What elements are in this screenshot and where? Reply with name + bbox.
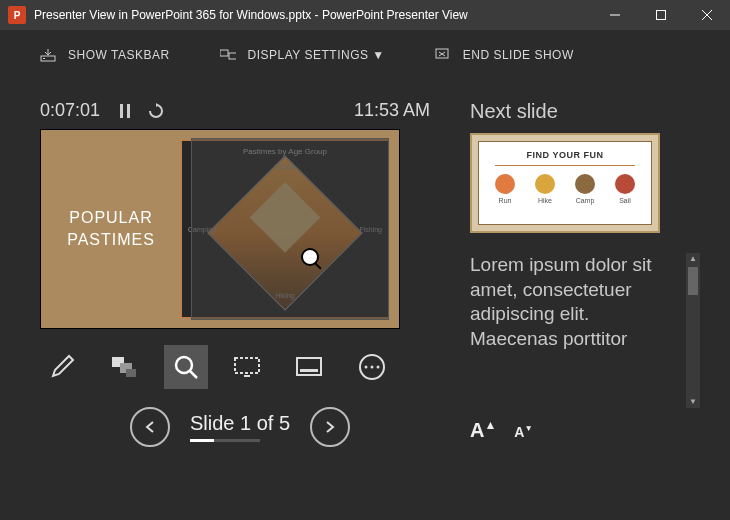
- elapsed-time: 0:07:01: [40, 100, 110, 121]
- current-slide-preview[interactable]: POPULAR PASTIMES Pastimes by Age Group S…: [40, 129, 400, 329]
- display-settings-icon: [220, 48, 236, 62]
- display-settings-button[interactable]: DISPLAY SETTINGS ▼: [220, 48, 385, 62]
- slide-progress-bar: [190, 439, 260, 442]
- next-slide-button[interactable]: [310, 407, 350, 447]
- more-options-button[interactable]: [350, 345, 394, 389]
- next-slide-heading: Next slide: [470, 100, 700, 123]
- presenter-tools: [40, 345, 440, 389]
- svg-rect-1: [657, 11, 666, 20]
- powerpoint-app-icon: P: [8, 6, 26, 24]
- next-slide-icon: Run: [495, 174, 515, 204]
- next-slide-thumbnail[interactable]: FIND YOUR FUN RunHikeCampSail: [470, 133, 660, 233]
- prev-slide-button[interactable]: [130, 407, 170, 447]
- slide-title-line1: POPULAR: [67, 207, 155, 229]
- divider: [495, 165, 635, 166]
- zoom-region-overlay[interactable]: [191, 138, 389, 320]
- decrease-font-button[interactable]: A▼: [514, 423, 532, 440]
- notes-scrollbar[interactable]: ▲ ▼: [686, 253, 700, 408]
- svg-line-18: [190, 371, 197, 378]
- timer-row: 0:07:01 11:53 AM: [40, 100, 440, 121]
- svg-rect-7: [220, 50, 228, 56]
- scroll-up-icon[interactable]: ▲: [686, 253, 700, 265]
- clock-time: 11:53 AM: [354, 100, 440, 121]
- scroll-down-icon[interactable]: ▼: [686, 396, 700, 408]
- slide-title-line2: PASTIMES: [67, 229, 155, 251]
- show-taskbar-button[interactable]: SHOW TASKBAR: [40, 48, 170, 62]
- svg-rect-21: [297, 358, 321, 375]
- magnifier-cursor-icon: [301, 248, 319, 266]
- zoom-tool-button[interactable]: [164, 345, 208, 389]
- pen-tool-button[interactable]: [40, 345, 84, 389]
- next-slide-icon: Hike: [535, 174, 555, 204]
- slide-counter: Slide 1 of 5: [190, 412, 290, 435]
- taskbar-icon: [40, 48, 56, 62]
- svg-point-26: [377, 366, 380, 369]
- svg-rect-13: [127, 104, 130, 118]
- restart-timer-button[interactable]: [148, 103, 164, 119]
- presenter-toolbar: SHOW TASKBAR DISPLAY SETTINGS ▼ END SLID…: [0, 30, 730, 80]
- slide-nav: Slide 1 of 5: [40, 407, 440, 447]
- next-slide-icon: Camp: [575, 174, 595, 204]
- window-title: Presenter View in PowerPoint 365 for Win…: [34, 8, 592, 22]
- show-taskbar-label: SHOW TASKBAR: [68, 48, 170, 62]
- next-slide-icon: Sail: [615, 174, 635, 204]
- display-settings-label: DISPLAY SETTINGS ▼: [248, 48, 385, 62]
- minimize-button[interactable]: [592, 0, 638, 30]
- subtitle-toggle-button[interactable]: [288, 345, 332, 389]
- slide-title-panel: POPULAR PASTIMES: [41, 130, 181, 328]
- end-show-label: END SLIDE SHOW: [463, 48, 574, 62]
- svg-rect-22: [300, 369, 318, 372]
- see-all-slides-button[interactable]: [102, 345, 146, 389]
- svg-point-25: [371, 366, 374, 369]
- svg-point-17: [176, 357, 192, 373]
- speaker-notes: Lorem ipsum dolor sit amet, consectetuer…: [470, 253, 700, 408]
- pause-timer-button[interactable]: [118, 103, 132, 119]
- next-slide-title: FIND YOUR FUN: [485, 150, 645, 160]
- close-button[interactable]: [684, 0, 730, 30]
- svg-rect-5: [43, 58, 45, 59]
- notes-text: Lorem ipsum dolor sit amet, consectetuer…: [470, 254, 652, 349]
- window-titlebar: P Presenter View in PowerPoint 365 for W…: [0, 0, 730, 30]
- svg-rect-19: [235, 358, 259, 373]
- svg-rect-12: [120, 104, 123, 118]
- increase-font-button[interactable]: A▲: [470, 418, 496, 442]
- end-slide-show-button[interactable]: END SLIDE SHOW: [435, 48, 574, 62]
- svg-rect-8: [229, 53, 236, 59]
- end-show-icon: [435, 48, 451, 62]
- svg-rect-16: [126, 369, 136, 377]
- maximize-button[interactable]: [638, 0, 684, 30]
- scroll-thumb[interactable]: [688, 267, 698, 295]
- black-screen-button[interactable]: [226, 345, 270, 389]
- svg-point-24: [365, 366, 368, 369]
